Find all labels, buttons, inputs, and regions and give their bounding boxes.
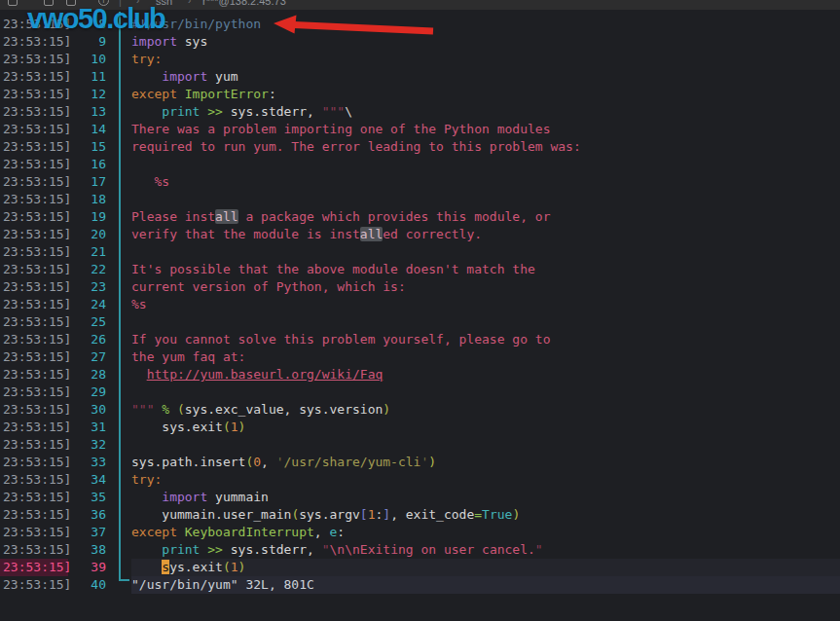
code-text: If you cannot solve this problem yoursel… [131, 331, 840, 348]
log-line: 23:53:15]21 [0, 243, 840, 261]
code-text: sys.path.insert(0, '/usr/share/yum-cli') [131, 454, 840, 471]
chevron-right-icon: › [188, 0, 191, 10]
log-line: 23:53:15]20verify that the module is ins… [0, 226, 840, 243]
timestamp: 23:53:15] [0, 51, 68, 68]
timestamp: 23:53:15] [0, 366, 68, 384]
log-line: 23:53:15]33sys.path.insert(0, '/usr/shar… [0, 454, 840, 471]
line-number: 35 [68, 489, 106, 506]
watermark-text: vwo50.club [27, 3, 164, 35]
code-text: import yum [131, 68, 840, 86]
code-text: the yum faq at: [131, 348, 840, 366]
line-number: 31 [68, 419, 106, 436]
log-line: 23:53:15]34try: [0, 471, 840, 489]
code-text: import yummain [131, 489, 840, 506]
tab-square-icon[interactable] [8, 0, 18, 6]
line-number: 34 [68, 471, 106, 489]
log-line: 23:53:15]24%s [0, 296, 840, 313]
log-line: 23:53:15]18 [0, 191, 840, 208]
log-line: 23:53:15]26If you cannot solve this prob… [0, 331, 840, 348]
code-text: except KeyboardInterrupt, e: [131, 524, 840, 541]
line-number: 16 [68, 156, 106, 173]
code-text: #!/usr/bin/python [131, 16, 840, 33]
timestamp: 23:53:15] [0, 313, 68, 331]
code-text [131, 313, 840, 331]
line-number: 24 [68, 296, 106, 313]
log-line: 23:53:15]19Please install a package whic… [0, 208, 840, 226]
line-number: 32 [68, 436, 106, 454]
vim-cursor: s [162, 560, 169, 574]
line-number: 17 [68, 173, 106, 191]
log-line: 23:53:15]39 sys.exit(1) [0, 559, 840, 576]
line-number: 21 [68, 243, 106, 261]
timestamp: 23:53:15] [0, 419, 68, 436]
code-text: Please install a package which provides … [131, 208, 840, 226]
log-line: 23:53:15]11 import yum [0, 68, 840, 86]
code-text [131, 191, 840, 208]
code-text: sys.exit(1) [131, 419, 840, 436]
code-text: try: [131, 51, 840, 68]
line-number: 27 [68, 348, 106, 366]
log-line: 23:53:15]35 import yummain [0, 489, 840, 506]
log-line: 23:53:15]12except ImportError: [0, 86, 840, 103]
log-line: 23:53:15]23current version of Python, wh… [0, 278, 840, 296]
timestamp: 23:53:15] [0, 506, 68, 524]
timestamp: 23:53:15] [0, 68, 68, 86]
code-text [131, 436, 840, 454]
line-number: 19 [68, 208, 106, 226]
line-number: 36 [68, 506, 106, 524]
timestamp: 23:53:15] [0, 191, 68, 208]
log-line: 23:53:15]32 [0, 436, 840, 454]
timestamp: 23:53:15] [0, 436, 68, 454]
log-lines: 23:53:15]8#!/usr/bin/python23:53:15]9imp… [0, 16, 840, 594]
timestamp: 23:53:15] [0, 261, 68, 278]
code-text: "/usr/bin/yum" 32L, 801C [131, 576, 840, 594]
line-number: 30 [68, 401, 106, 419]
timestamp: 23:53:15] [0, 401, 68, 419]
line-number: 14 [68, 121, 106, 138]
code-text: There was a problem importing one of the… [131, 121, 840, 138]
timestamp: 23:53:15] [0, 524, 68, 541]
line-number: 11 [68, 68, 106, 86]
timestamp: 23:53:15] [0, 278, 68, 296]
search-highlight: all [215, 209, 237, 224]
log-line: 23:53:15]37except KeyboardInterrupt, e: [0, 524, 840, 541]
code-text: required to run yum. The error leading t… [131, 138, 840, 156]
log-line: 23:53:15]22It's possible that the above … [0, 261, 840, 278]
timestamp: 23:53:15] [0, 454, 68, 471]
log-line: 23:53:15]30""" % (sys.exc_value, sys.ver… [0, 401, 840, 419]
log-line: 23:53:15]10try: [0, 51, 840, 68]
code-text: yummain.user_main(sys.argv[1:], exit_cod… [131, 506, 840, 524]
log-line: 23:53:15]9import sys [0, 33, 840, 51]
url-link[interactable]: http://yum.baseurl.org/wiki/Faq [147, 367, 383, 382]
timestamp: 23:53:15] [0, 86, 68, 103]
timestamp: 23:53:15] [0, 243, 68, 261]
terminal-screen[interactable]: 23:53:15]8#!/usr/bin/python23:53:15]9imp… [0, 10, 840, 621]
timestamp: 23:53:15] [0, 384, 68, 401]
log-line: 23:53:15]16 [0, 156, 840, 173]
line-number: 10 [68, 51, 106, 68]
code-text: sys.exit(1) [131, 559, 840, 576]
timestamp: 23:53:15] [0, 121, 68, 138]
timestamp: 23:53:15] [0, 559, 68, 576]
line-number: 40 [68, 576, 106, 594]
timestamp: 23:53:15] [0, 348, 68, 366]
line-number: 9 [68, 33, 106, 51]
timestamp: 23:53:15] [0, 296, 68, 313]
code-text: except ImportError: [131, 86, 840, 103]
log-line: 23:53:15]14There was a problem importing… [0, 121, 840, 138]
timestamp: 23:53:15] [0, 173, 68, 191]
code-text [131, 243, 840, 261]
line-number: 23 [68, 278, 106, 296]
log-line: 23:53:15]27the yum faq at: [0, 348, 840, 366]
log-line: 23:53:15]38 print >> sys.stderr, "\n\nEx… [0, 541, 840, 559]
code-text: print >> sys.stderr, "\n\nExiting on use… [131, 541, 840, 559]
code-text: """ % (sys.exc_value, sys.version) [131, 401, 840, 419]
line-number: 28 [68, 366, 106, 384]
line-number: 22 [68, 261, 106, 278]
line-number: 29 [68, 384, 106, 401]
line-number: 37 [68, 524, 106, 541]
search-highlight: all [360, 227, 383, 241]
timestamp: 23:53:15] [0, 541, 68, 559]
log-line: 23:53:15]13 print >> sys.stderr, """\ [0, 103, 840, 121]
line-number: 13 [68, 103, 106, 121]
